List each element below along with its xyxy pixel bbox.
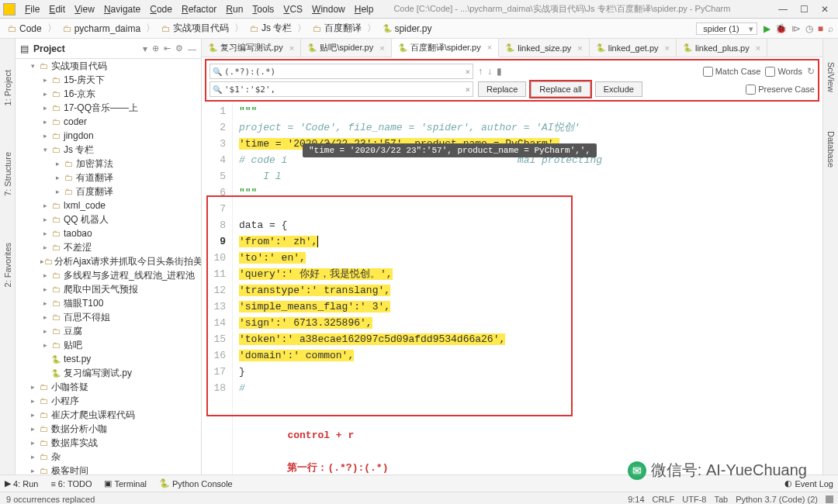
breadcrumb[interactable]: 🗀pycharm_daima xyxy=(60,22,158,35)
tree-item[interactable]: ▸🗀有道翻译 xyxy=(16,171,201,185)
code-line[interactable]: 'query':' 你好，我是悦创。', xyxy=(239,266,822,282)
tab-todo[interactable]: ≡ 6: TODO xyxy=(50,479,92,488)
code-line[interactable] xyxy=(239,201,822,217)
scroll-from-source-icon[interactable]: ⊕ xyxy=(152,43,159,54)
gear-icon[interactable]: ⚙ xyxy=(175,43,183,54)
menu-refactor[interactable]: Refactor xyxy=(177,4,221,15)
find-input[interactable]: 🔍 (.*?):(.*) × xyxy=(210,64,473,79)
tree-item[interactable]: ▸🗀杂 xyxy=(16,450,201,464)
replace-all-button[interactable]: Replace all xyxy=(531,81,590,97)
indent-info[interactable]: Tab xyxy=(714,495,728,504)
lock-icon[interactable] xyxy=(826,495,833,503)
tab-python-console[interactable]: 🐍 Python Console xyxy=(159,478,233,488)
maximize-icon[interactable]: ☐ xyxy=(800,4,809,15)
match-case-check[interactable]: Match Case xyxy=(703,67,761,77)
replace-input[interactable]: 🔍 '$1':'$2', × xyxy=(210,81,473,97)
clear-icon[interactable]: × xyxy=(465,67,470,77)
tree-item[interactable]: ▸🗀百度翻译 xyxy=(16,185,201,198)
breadcrumb[interactable]: 🗀Js 专栏 xyxy=(247,22,310,35)
code-line[interactable]: # xyxy=(239,380,822,396)
tree-item[interactable]: ▸🗀QQ 机器人 xyxy=(16,212,201,226)
tool-database[interactable]: Database xyxy=(826,131,836,167)
code-line[interactable]: 'transtype':' translang', xyxy=(239,282,822,299)
breadcrumb[interactable]: 🗀Code xyxy=(5,22,60,35)
run-icon[interactable]: ▶ xyxy=(764,23,770,34)
tool-structure[interactable]: 7: Structure xyxy=(3,152,12,196)
menu-help[interactable]: Help xyxy=(350,4,379,15)
coverage-icon[interactable]: ⧐ xyxy=(791,23,801,34)
tree-item[interactable]: ▾🗀Js 专栏 xyxy=(16,143,201,157)
tool-favorites[interactable]: 2: Favorites xyxy=(3,243,12,287)
tool-project[interactable]: 1: Project xyxy=(3,70,12,105)
close-tab-icon[interactable]: × xyxy=(756,43,760,53)
editor-tab[interactable]: 🐍复习编写测试.py× xyxy=(202,39,301,57)
tree-item[interactable]: ▸🗀coder xyxy=(16,115,201,129)
history-icon[interactable]: ↻ xyxy=(807,66,815,77)
tree-item[interactable]: ▸🗀豆腐 xyxy=(16,324,201,338)
breadcrumb[interactable]: 🗀百度翻译 xyxy=(310,22,379,35)
tree-item[interactable]: ▸🗀分析Ajax请求并抓取今日头条街拍美 xyxy=(16,254,201,268)
menu-navigate[interactable]: Navigate xyxy=(99,4,145,15)
menu-view[interactable]: View xyxy=(70,4,99,15)
tree-item[interactable]: 🐍复习编写测试.py xyxy=(16,366,201,380)
close-tab-icon[interactable]: × xyxy=(577,43,582,53)
collapse-all-icon[interactable]: ⇤ xyxy=(164,43,171,54)
tree-item[interactable]: ▸🗀17-QQ音乐——上 xyxy=(16,101,201,115)
code-line[interactable]: I l xyxy=(239,168,822,185)
menu-file[interactable]: File xyxy=(20,4,44,15)
tree-item[interactable]: ▸🗀小程序 xyxy=(16,394,201,408)
tree-item[interactable]: ▸🗀数据库实战 xyxy=(16,436,201,450)
menu-edit[interactable]: Edit xyxy=(44,4,70,15)
tab-run[interactable]: ▶ 4: Run xyxy=(5,478,38,488)
tree-item[interactable]: ▸🗀多线程与多进程_线程池_进程池 xyxy=(16,268,201,282)
code-line[interactable]: 'from':' zh', xyxy=(239,233,822,250)
tree-item[interactable]: ▸🗀数据分析小咖 xyxy=(16,422,201,436)
python-interpreter[interactable]: Python 3.7 (Code) (2) xyxy=(736,495,818,504)
profile-icon[interactable]: ◷ xyxy=(805,23,813,34)
breadcrumb[interactable]: 🐍spider.py xyxy=(379,23,440,34)
tree-item[interactable]: ▸🗀崔庆才爬虫课程代码 xyxy=(16,408,201,422)
menu-window[interactable]: Window xyxy=(307,4,350,15)
editor-tab[interactable]: 🐍linked_size.py× xyxy=(499,39,590,57)
filter-icon[interactable]: ▮ xyxy=(497,66,502,77)
menu-vcs[interactable]: VCS xyxy=(279,4,307,15)
code-line[interactable]: """ xyxy=(239,185,822,201)
tree-item[interactable]: ▾🗀实战项目代码 xyxy=(16,59,201,73)
exclude-button[interactable]: Exclude xyxy=(595,81,642,97)
line-separator[interactable]: CRLF xyxy=(653,495,675,504)
editor-tab[interactable]: 🐍linked_get.py× xyxy=(590,39,677,57)
tree-item[interactable]: ▸🗀jingdon xyxy=(16,129,201,143)
clear-icon[interactable]: × xyxy=(465,85,470,95)
tab-terminal[interactable]: ▣ Terminal xyxy=(104,478,147,488)
preserve-case-check[interactable]: Preserve Case xyxy=(746,85,815,95)
tool-sciview[interactable]: SciView xyxy=(826,62,836,92)
run-config-selector[interactable]: spider (1)▾ xyxy=(696,22,757,35)
debug-icon[interactable]: 🐞 xyxy=(775,23,787,34)
editor-tab[interactable]: 🐍贴吧\spider.py× xyxy=(301,39,392,57)
replace-button[interactable]: Replace xyxy=(478,81,526,97)
tree-item[interactable]: ▸🗀小咖答疑 xyxy=(16,380,201,394)
tree-item[interactable]: ▸🗀15-房天下 xyxy=(16,73,201,87)
cursor-position[interactable]: 9:14 xyxy=(628,495,644,504)
code-line[interactable]: 'to':' en', xyxy=(239,250,822,266)
code-line[interactable]: 'sign':' 6713.325896', xyxy=(239,315,822,331)
tree-item[interactable]: ▸🗀爬取中国天气预报 xyxy=(16,282,201,296)
encoding[interactable]: UTF-8 xyxy=(682,495,706,504)
tree-item[interactable]: ▸🗀贴吧 xyxy=(16,338,201,352)
code-line[interactable]: data = { xyxy=(239,217,822,233)
tree-item[interactable]: ▸🗀极客时间 xyxy=(16,464,201,475)
code-line[interactable]: """ xyxy=(239,103,822,119)
menu-tools[interactable]: Tools xyxy=(248,4,279,15)
tree-item[interactable]: 🐍test.py xyxy=(16,352,201,366)
close-tab-icon[interactable]: × xyxy=(379,43,384,53)
next-match-icon[interactable]: ↓ xyxy=(487,66,492,77)
prev-match-icon[interactable]: ↑ xyxy=(478,66,483,77)
tree-item[interactable]: ▸🗀不差涩 xyxy=(16,240,201,254)
code-line[interactable]: 'token':' a38ecae162097c5d09afdd9534d66a… xyxy=(239,331,822,347)
code-line[interactable]: 'simple_means_flag':' 3', xyxy=(239,299,822,315)
tree-item[interactable]: ▸🗀16-京东 xyxy=(16,87,201,101)
hide-icon[interactable]: — xyxy=(188,44,196,54)
editor-tab[interactable]: 🐍百度翻译\spider.py× xyxy=(392,39,500,57)
words-check[interactable]: Words xyxy=(765,67,802,77)
tree-item[interactable]: ▸🗀猫眼T100 xyxy=(16,296,201,310)
